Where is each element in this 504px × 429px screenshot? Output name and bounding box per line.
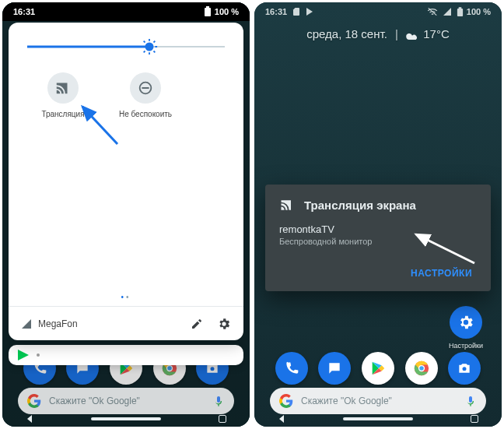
brightness-slider[interactable]	[27, 43, 225, 51]
svg-rect-18	[457, 9, 463, 16]
signal-icon	[443, 7, 452, 16]
nav-home[interactable]	[343, 417, 413, 420]
annotation-arrow	[408, 228, 478, 267]
status-bar: 16:31 100 %	[2, 2, 250, 21]
cast-dialog-title: Трансляция экрана	[304, 199, 416, 212]
nav-back[interactable]	[26, 415, 33, 423]
nav-bar	[2, 414, 250, 427]
dnd-icon	[137, 79, 154, 97]
google-g-icon	[27, 394, 41, 408]
search-bar[interactable]: Скажите "Ok Google"	[18, 388, 234, 414]
signal-icon	[21, 318, 32, 329]
sd-icon	[292, 7, 301, 16]
app-phone[interactable]	[275, 352, 308, 385]
cast-icon	[279, 197, 295, 213]
carrier-label: MegaFon	[38, 318, 78, 329]
nav-bar	[254, 414, 502, 427]
app-camera[interactable]	[448, 352, 481, 385]
status-time: 16:31	[13, 7, 35, 16]
weather-temp: 17°C	[423, 27, 450, 40]
phone-right: 16:31 100 % среда, 18 сент. | 17°C Транс…	[254, 2, 502, 427]
nav-back[interactable]	[278, 415, 285, 423]
settings-button[interactable]	[217, 317, 231, 331]
date-weather-row[interactable]: среда, 18 сент. | 17°C	[254, 27, 502, 40]
phone-left: Скажите "Ok Google" 16:31 100 % Тран	[2, 2, 250, 427]
svg-line-11	[144, 41, 145, 43]
nav-recent[interactable]	[471, 415, 478, 423]
status-battery: 100 %	[215, 7, 239, 16]
svg-rect-19	[458, 7, 461, 9]
slider-thumb[interactable]	[141, 38, 158, 55]
svg-point-3	[211, 367, 215, 371]
google-g-icon	[279, 394, 293, 408]
annotation-arrow	[71, 97, 125, 152]
page-indicator: ••	[9, 293, 243, 301]
svg-line-14	[154, 41, 156, 43]
status-time: 16:31	[265, 7, 287, 16]
qs-footer: MegaFon	[9, 306, 243, 340]
edit-tiles-button[interactable]	[191, 318, 203, 330]
svg-line-13	[144, 51, 145, 53]
svg-point-2	[167, 366, 172, 371]
mic-icon[interactable]	[464, 395, 477, 407]
search-hint: Скажите "Ok Google"	[301, 396, 392, 406]
slider-fill	[27, 46, 149, 48]
battery-icon	[457, 7, 464, 17]
qs-tiles: Трансляция Не беспокоить	[9, 58, 243, 118]
weather-cloud-icon	[406, 30, 418, 40]
nav-recent[interactable]	[219, 415, 226, 423]
status-bar: 16:31 100 %	[254, 2, 502, 21]
app-messages[interactable]	[318, 352, 351, 385]
mic-icon[interactable]	[212, 395, 225, 407]
date-label: среда, 18 сент.	[306, 27, 387, 40]
search-hint: Скажите "Ok Google"	[49, 396, 140, 406]
battery-icon	[204, 6, 212, 17]
play-store-icon	[18, 350, 29, 360]
svg-point-23	[463, 367, 467, 371]
search-bar[interactable]: Скажите "Ok Google"	[270, 388, 486, 414]
settings-shortcut-label: Настройки	[444, 342, 488, 350]
play-store-icon	[306, 8, 313, 16]
notification-dot	[37, 353, 40, 357]
dock	[254, 352, 502, 385]
nav-home[interactable]	[91, 417, 161, 420]
svg-point-6	[145, 43, 154, 51]
quick-settings-panel: Трансляция Не беспокоить •• MegaFon	[9, 23, 243, 340]
svg-point-22	[419, 366, 424, 371]
gear-icon	[457, 314, 474, 331]
svg-rect-5	[206, 6, 209, 8]
app-play-store[interactable]	[362, 352, 394, 385]
notification-row[interactable]	[9, 345, 243, 365]
wifi-off-icon	[427, 7, 438, 16]
svg-rect-4	[205, 8, 211, 16]
app-chrome[interactable]	[405, 352, 438, 385]
svg-line-12	[154, 51, 156, 53]
settings-shortcut[interactable]: Настройки	[444, 306, 488, 350]
status-battery: 100 %	[467, 7, 491, 16]
cast-icon	[54, 79, 72, 97]
